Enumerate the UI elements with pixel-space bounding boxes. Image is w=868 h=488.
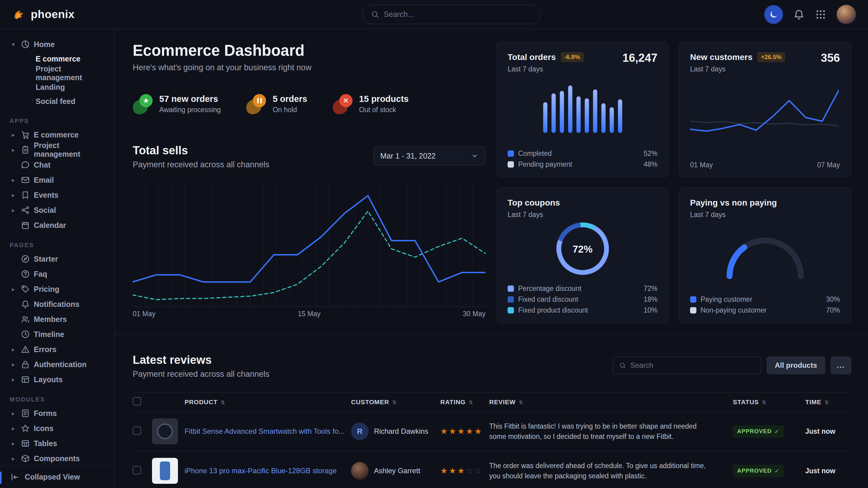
sidebar-item-members[interactable]: Members: [7, 312, 107, 327]
sidebar-item-social[interactable]: Social: [7, 202, 107, 218]
review-row: iPhone 13 pro max-Pacific Blue-128GB sto…: [133, 451, 851, 488]
collapsed-view-toggle[interactable]: Collapsed View: [0, 466, 114, 488]
reviews-table: PRODUCT⇅ CUSTOMER⇅ RATING⇅ REVIEW⇅ STATU…: [133, 392, 851, 488]
collapse-left-icon: [10, 473, 19, 482]
more-options-button[interactable]: ...: [831, 357, 851, 374]
main-content: Ecommerce Dashboard Here's what's going …: [115, 29, 868, 488]
sort-icon: ⇅: [762, 400, 766, 405]
sidebar-item-email[interactable]: Email: [7, 172, 107, 188]
legend-swatch: [690, 296, 696, 303]
top-navbar: phoenix: [0, 0, 868, 29]
card-period: Last 7 days: [690, 65, 785, 73]
compass-icon: [21, 254, 30, 263]
sidebar-item-home[interactable]: Home: [7, 37, 107, 52]
caret-right-icon: [10, 192, 17, 199]
section-label-pages: PAGES: [10, 242, 105, 248]
card-period: Last 7 days: [507, 211, 560, 219]
row-checkbox[interactable]: [133, 466, 141, 475]
sidebar-item-pricing[interactable]: Pricing: [7, 282, 107, 297]
sidebar-item-calendar[interactable]: Calendar: [7, 218, 107, 233]
star-outline-icon: [21, 424, 30, 433]
bookmark-icon: [21, 191, 30, 199]
new-customers-x-axis: 01 May 07 May: [690, 161, 840, 169]
clock-icon: [21, 330, 30, 339]
layout-icon: [21, 375, 30, 384]
section-label-apps: APPS: [10, 118, 105, 124]
column-rating[interactable]: RATING⇅: [440, 392, 489, 412]
apps-grid-button[interactable]: [815, 9, 826, 20]
column-time[interactable]: TIME⇅: [805, 392, 851, 412]
caret-right-icon: [10, 131, 17, 138]
chevron-down-icon: [471, 152, 478, 160]
product-thumbnail[interactable]: [152, 418, 178, 444]
date-range-select[interactable]: Mar 1 - 31, 2022: [373, 147, 486, 165]
product-thumbnail[interactable]: [152, 458, 178, 484]
total-sells-subtitle: Payment received across all channels: [133, 160, 269, 169]
top-coupons-legend: Percentage discount 72% Fixed card disco…: [507, 283, 657, 316]
global-search-input[interactable]: [384, 10, 532, 19]
sidebar-item-faq[interactable]: Faq: [7, 266, 107, 282]
sidebar-subitem-social-feed[interactable]: Social feed: [7, 94, 107, 108]
caret-right-icon: [10, 425, 17, 432]
sidebar-subitem-project-management[interactable]: Project management: [7, 66, 107, 80]
sidebar-item-components[interactable]: Components: [7, 451, 107, 466]
total-sells-chart: [133, 180, 486, 307]
card-period: Last 7 days: [690, 211, 777, 219]
sidebar-item-layouts[interactable]: Layouts: [7, 372, 107, 387]
sidebar-item-timeline[interactable]: Timeline: [7, 327, 107, 342]
column-customer[interactable]: CUSTOMER⇅: [351, 392, 440, 412]
status-badge: APPROVED✓: [733, 425, 784, 438]
sidebar-item-forms[interactable]: Forms: [7, 406, 107, 421]
product-link[interactable]: iPhone 13 pro max-Pacific Blue-128GB sto…: [185, 466, 351, 475]
scrollbar-thumb[interactable]: [0, 472, 1, 484]
pie-chart-icon: [21, 40, 30, 49]
donut-center-value: 72%: [554, 220, 611, 279]
sidebar-item-authentication[interactable]: Authentication: [7, 357, 107, 372]
column-product[interactable]: PRODUCT⇅: [185, 392, 351, 412]
total-sells-x-axis: 01 May 15 May 30 May: [133, 310, 486, 318]
all-products-button[interactable]: All products: [767, 357, 825, 374]
column-review[interactable]: REVIEW⇅: [489, 392, 733, 412]
sidebar-item-events[interactable]: Events: [7, 188, 107, 202]
caret-right-icon: [10, 286, 17, 293]
sidebar-item-icons[interactable]: Icons: [7, 421, 107, 436]
global-search[interactable]: [362, 5, 541, 24]
sidebar-item-errors[interactable]: Errors: [7, 342, 107, 357]
package-icon: [21, 454, 30, 463]
column-status[interactable]: STATUS⇅: [733, 392, 805, 412]
search-icon: [619, 362, 626, 369]
review-row: Fitbit Sense Advanced Smartwatch with To…: [133, 412, 851, 451]
navbar-actions: [764, 5, 856, 24]
caret-right-icon: [10, 410, 17, 417]
sidebar-subitem-landing[interactable]: Landing: [7, 80, 107, 94]
review-time: Just now: [805, 412, 851, 451]
new-customers-line-chart: [690, 84, 839, 138]
product-link[interactable]: Fitbit Sense Advanced Smartwatch with To…: [185, 427, 351, 435]
reviews-search-input[interactable]: [630, 361, 755, 369]
sidebar-item-starter[interactable]: Starter: [7, 251, 107, 266]
sidebar-item-project-management[interactable]: Project management: [7, 142, 107, 157]
tag-icon: [21, 285, 30, 294]
user-avatar[interactable]: [837, 5, 856, 24]
card-title: Paying vs non paying: [690, 198, 777, 208]
out-of-stock-icon: ✕: [333, 94, 352, 114]
brand[interactable]: phoenix: [12, 7, 74, 22]
form-icon: [21, 409, 30, 418]
customer-avatar: R: [351, 423, 369, 440]
reviews-search[interactable]: [613, 357, 761, 374]
sidebar-item-chat[interactable]: Chat: [7, 157, 107, 172]
theme-toggle-button[interactable]: [764, 5, 783, 24]
sidebar-subitem-ecommerce[interactable]: E commerce: [7, 52, 107, 66]
notifications-button[interactable]: [793, 9, 805, 20]
sidebar-item-ecommerce-app[interactable]: E commerce: [7, 127, 107, 142]
sidebar-item-tables[interactable]: Tables: [7, 436, 107, 451]
row-checkbox[interactable]: [133, 426, 141, 435]
legend-swatch: [507, 286, 514, 292]
star-icon: ★: [143, 97, 149, 104]
table-icon: [21, 439, 30, 448]
sidebar-item-notifications[interactable]: Notifications: [7, 297, 107, 312]
select-all-checkbox[interactable]: [133, 397, 141, 405]
rating-stars: ★★★☆☆: [440, 466, 489, 476]
customer-avatar: [351, 462, 369, 480]
card-title: Top coupons: [507, 198, 560, 208]
